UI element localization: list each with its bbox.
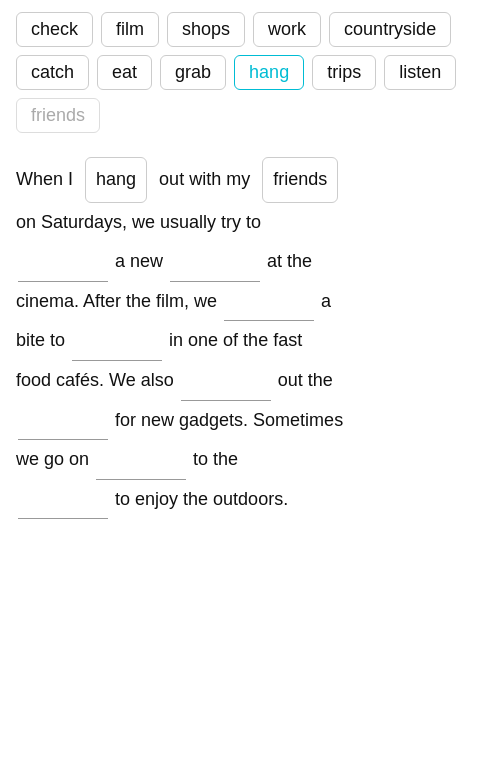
passage-text: a bbox=[321, 291, 331, 311]
word-chip-friends[interactable]: friends bbox=[16, 98, 100, 133]
passage-text: When I bbox=[16, 169, 73, 189]
blank-8[interactable] bbox=[18, 518, 108, 519]
word-chip-check[interactable]: check bbox=[16, 12, 93, 47]
word-chip-listen[interactable]: listen bbox=[384, 55, 456, 90]
word-chip-film[interactable]: film bbox=[101, 12, 159, 47]
passage-text: at the bbox=[267, 251, 312, 271]
passage-text: to enjoy the outdoors. bbox=[115, 489, 288, 509]
blank-7[interactable] bbox=[96, 479, 186, 480]
passage-text: we go on bbox=[16, 449, 94, 469]
line1: When I hang out with my friends bbox=[16, 169, 340, 189]
passage-text: in one of the fast bbox=[169, 330, 302, 350]
answer-hang: hang bbox=[85, 157, 147, 203]
word-chip-shops[interactable]: shops bbox=[167, 12, 245, 47]
word-chip-eat[interactable]: eat bbox=[97, 55, 152, 90]
passage-text: a new bbox=[115, 251, 168, 271]
blank-6[interactable] bbox=[18, 439, 108, 440]
passage-text: for new gadgets. Sometimes bbox=[115, 410, 343, 430]
blank-4[interactable] bbox=[72, 360, 162, 361]
passage-text: out with my bbox=[159, 169, 250, 189]
blank-2[interactable] bbox=[170, 281, 260, 282]
word-chip-catch[interactable]: catch bbox=[16, 55, 89, 90]
word-chip-grab[interactable]: grab bbox=[160, 55, 226, 90]
word-bank: checkfilmshopsworkcountrysidecatcheatgra… bbox=[16, 12, 484, 133]
blank-1[interactable] bbox=[18, 281, 108, 282]
passage-text: food cafés. We also bbox=[16, 370, 179, 390]
word-chip-hang[interactable]: hang bbox=[234, 55, 304, 90]
passage-text: cinema. After the film, we bbox=[16, 291, 217, 311]
line2: on Saturdays, we usually try to bbox=[16, 212, 261, 232]
blank-3[interactable] bbox=[224, 320, 314, 321]
word-chip-countryside[interactable]: countryside bbox=[329, 12, 451, 47]
passage-text: to the bbox=[193, 449, 238, 469]
passage: When I hang out with my friends on Satur… bbox=[16, 157, 484, 519]
passage-text: out the bbox=[278, 370, 333, 390]
answer-friends: friends bbox=[262, 157, 338, 203]
word-chip-trips[interactable]: trips bbox=[312, 55, 376, 90]
blank-5[interactable] bbox=[181, 400, 271, 401]
word-chip-work[interactable]: work bbox=[253, 12, 321, 47]
passage-text: bite to bbox=[16, 330, 70, 350]
